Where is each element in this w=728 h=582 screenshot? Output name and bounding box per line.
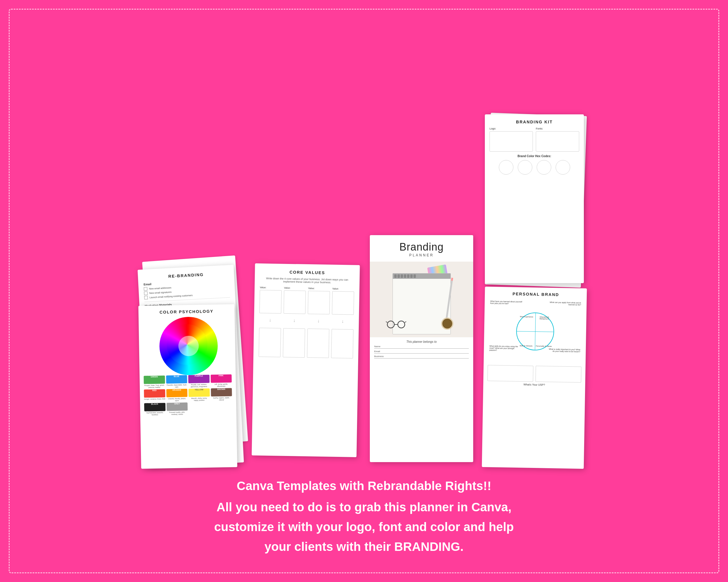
rb-checkbox-1[interactable] [144,287,148,291]
spiral-3 [401,274,403,278]
coffee-cup [441,317,456,332]
bk-circle-2 [518,160,532,175]
planner-email-label: Email [374,350,389,353]
color-psychology-card: COLOR PSYCHOLOGY GREEN [138,304,237,469]
swatch-grid: GREEN Prosper, Hope, Trust, greed, jealo… [144,374,232,416]
cv-box-bottom-3 [307,329,329,358]
pencil-eraser [451,278,453,281]
bottom-text-line3: customize it with your logo, font and co… [214,518,514,536]
spiral-6 [410,274,413,278]
planner-subtitle: PLANNER [370,253,473,257]
spiral-1 [394,274,397,278]
color-wheel-container [143,316,232,373]
rb-checkbox-2[interactable] [144,291,148,295]
glasses [386,320,406,330]
swatch-label-orange: ORANGE [166,389,187,391]
cv-box-4 [332,291,354,315]
cv-arrow-2: ↓ [283,318,305,323]
branding-kit-stack: BRANDING KIT Logo: Fonts: Brand Co [485,114,584,283]
bottom-text-line4: your clients with their BRANDING. [214,537,514,556]
bottom-text-line1: Canva Templates with Rebrandable Rights!… [214,477,514,495]
swatch-desc-grey: Focused royalty, calm, modesty, careful [166,411,188,415]
swatch-desc-yellow: Warmth, clarity, sunny, happy, positive [189,397,210,401]
pb-answer-boxes [488,365,581,383]
bk-fonts-section: Fonts: [536,127,579,151]
bk-logo-fonts: Logo: Fonts: [490,127,579,151]
swatch-pink: PINK soft, loving, gentle, affectionate [211,374,232,387]
cv-box-bottom-1 [259,328,281,357]
content-area: RE-BRANDING Email New email addresses Ne… [18,18,710,564]
swatch-label-pink: PINK [211,374,232,377]
pb-diagram: What have you learned about yourself fro… [488,299,583,364]
swatch-desc-orange: Cheerful, friendly, playful, warm [166,397,187,401]
planner-business-field: Business [374,355,469,359]
cv-arrows-row: ↓ ↓ ↓ ↓ [259,316,354,325]
cv-box-1 [259,290,282,313]
cv-columns-top: Value: Value: Value: Value: [259,286,355,315]
swatch-yellow: YELLOW Warmth, clarity, sunny, happy, po… [188,388,210,401]
documents-row: RE-BRANDING Email New email addresses Ne… [143,29,585,468]
swatch-purple: PURPLE Royalty, cool, wisdom, glamorous,… [188,375,209,388]
rb-text-1: New email addresses [149,286,172,290]
swatch-label-blue: BLUE [166,375,187,378]
pb-corner-text-2: What can you apply from what you've lear… [549,301,581,306]
swatch-box-black: BLACK [144,403,165,412]
swatch-green: GREEN Prosper, Hope, Trust, greed, jealo… [144,376,165,388]
swatch-orange: ORANGE Cheerful, friendly, playful, warm [166,389,187,401]
planner-belongs: This planner belongs to [370,340,473,343]
pb-corner-text-3: What skills do you enjoy using the most?… [490,345,522,352]
svg-point-1 [398,321,405,328]
pb-usp-label: What's Your USP? [488,382,581,387]
svg-line-3 [386,322,387,323]
bk-logo-box [490,131,533,151]
notebook-spiral [393,274,450,279]
swatch-label-red: RED [144,389,165,392]
swatch-desc-blue: Peaceful, dependable, loyal, calm [166,384,187,388]
svg-line-4 [405,322,406,323]
personal-brand-card: PERSONAL BRAND What have you learned abo… [482,287,587,469]
branding-kit-card: BRANDING KIT Logo: Fonts: Brand Co [485,114,584,283]
cv-arrow-1: ↓ [259,317,281,323]
planner-name-label: Name [374,345,389,348]
bk-fonts-label: Fonts: [536,127,579,130]
pb-main-circle: Work Experience Educational Background S… [516,312,554,351]
swatch-label-green: GREEN [144,376,165,378]
cv-arrow-3: ↓ [308,318,329,324]
swatch-box-brown: BROWN [211,388,232,397]
bk-circle-3 [537,160,551,175]
swatch-red: RED Hunger, romance, brave, bold [144,389,165,402]
cv-columns-bottom [259,327,354,359]
pb-q2: Educational Background [536,316,552,320]
swatch-box-yellow: YELLOW [188,388,210,397]
bk-color-circles [490,160,579,175]
pb-answer-box-1 [488,365,534,382]
cv-box-bottom-2 [283,328,305,358]
cv-label-1: Value: [260,286,282,289]
bk-colors-label: Brand Color Hex Codes: [490,155,579,158]
swatch-box-green: GREEN [144,376,165,384]
planner-business-label: Business [374,355,389,358]
desk-scene [370,261,473,337]
cv-box-bottom-4 [331,329,354,359]
core-values-subtitle: Write down the 4 core values of your bus… [260,277,355,284]
color-wheel-wrapper [159,316,215,372]
cv-col-4: Value: [332,287,355,315]
cv-label-2: Value: [284,287,306,289]
planner-title: Branding [370,241,473,253]
color-psychology-title: COLOR PSYCHOLOGY [142,308,230,314]
core-values-stack: CORE VALUES Write down the 4 core values… [253,264,364,468]
swatch-desc-red: Hunger, romance, brave, bold [144,398,165,400]
rb-checkbox-3[interactable] [144,296,148,300]
pb-corner-text-4: What is really important to you? What do… [548,348,580,353]
cv-col-1: Value: [259,286,282,313]
cv-box-3 [308,291,330,314]
bk-circle-1 [499,160,513,175]
planner-email-field: Email [374,350,469,354]
swatch-desc-green: Prosper, Hope, Trust, greed, jealousy, h… [144,384,165,388]
rebranding-title: RE-BRANDING [143,271,229,280]
personal-brand-title: PERSONAL BRAND [489,291,583,297]
swatch-label-purple: PURPLE [188,375,209,377]
swatch-desc-pink: soft, loving, gentle, affectionate [211,383,232,387]
swatch-box-purple: PURPLE [188,375,209,383]
planner-stack: Branding PLANNER [370,235,477,468]
